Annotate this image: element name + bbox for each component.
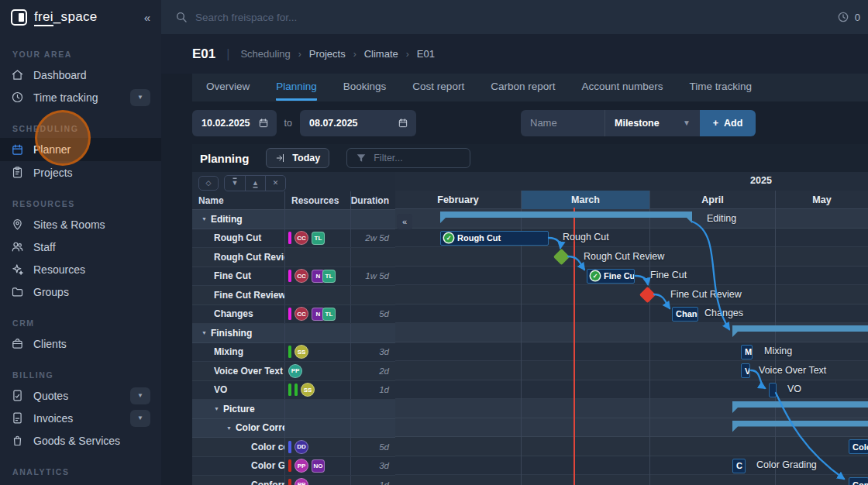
task-bar-mixing[interactable]: M <box>741 345 753 359</box>
resource-badge[interactable]: CC <box>294 307 308 321</box>
task-bar-conforming[interactable]: Conforming <box>849 477 868 485</box>
sidebar-item-label: Planner <box>33 143 71 156</box>
timer-widget[interactable]: 0 <box>837 11 860 23</box>
chevron-down-icon[interactable]: ▼ <box>130 89 150 106</box>
resource-badge[interactable]: NO <box>312 459 325 473</box>
table-row[interactable]: ▼Picture <box>192 400 395 419</box>
chevron-down-icon[interactable]: ▼ <box>214 406 219 411</box>
sidebar-item-groups[interactable]: Groups <box>0 280 161 303</box>
table-row[interactable]: VOSS1d <box>192 381 395 401</box>
sidebar-item-time-tracking[interactable]: Time tracking▼ <box>0 86 161 108</box>
add-button[interactable]: +Add <box>700 110 756 136</box>
task-name: Editing <box>211 214 243 225</box>
global-search-input[interactable]: Search freispace for... <box>195 12 297 23</box>
sidebar-collapse-icon[interactable]: « <box>144 11 150 24</box>
table-row[interactable]: Fine CutCCNTL1w 5d <box>192 267 395 287</box>
sidebar-item-quotes[interactable]: Quotes▼ <box>0 384 161 407</box>
resource-badge[interactable]: TL <box>322 308 336 321</box>
resource-badge[interactable]: PP <box>294 459 308 473</box>
column-header-name[interactable]: Name <box>192 191 285 209</box>
breadcrumb-item[interactable]: Scheduling <box>240 48 290 60</box>
item-type-select[interactable]: Milestone▼ <box>604 110 700 136</box>
task-bar-color-grading[interactable]: C <box>732 459 746 473</box>
resource-badge[interactable]: TL <box>322 270 336 283</box>
table-row[interactable]: ChangesCCNTL5d <box>192 305 395 325</box>
sidebar-item-clients[interactable]: Clients <box>0 332 161 355</box>
resource-badge[interactable]: PP <box>294 478 308 485</box>
table-row[interactable]: Rough CutCCTL2w 5d <box>192 229 395 249</box>
filter-input[interactable]: Filter... <box>346 148 470 168</box>
tab-account-numbers[interactable]: Account numbers <box>581 81 663 98</box>
task-name: Finishing <box>211 328 252 339</box>
resource-badge[interactable]: CC <box>294 269 308 283</box>
table-collapse-handle[interactable]: « <box>397 214 412 229</box>
sidebar-section-label: BILLING <box>0 363 161 384</box>
breadcrumb-item[interactable]: E01 <box>417 48 435 60</box>
breadcrumb-item[interactable]: Climate <box>364 48 398 60</box>
month-may[interactable]: May <box>775 191 868 209</box>
resource-badge[interactable]: SS <box>294 345 308 359</box>
table-row[interactable]: Voice Over TextPP2d <box>192 362 395 381</box>
table-row[interactable]: ConformingPP1d <box>192 476 395 485</box>
milestone-name-input[interactable]: Name <box>521 110 604 136</box>
tab-planning[interactable]: Planning <box>276 81 317 101</box>
table-row[interactable]: Rough Cut Review <box>192 248 395 267</box>
collapse-up-icon[interactable]: ▼ <box>225 176 245 191</box>
date-from-input[interactable]: 10.02.2025 <box>192 110 277 136</box>
task-name: Color Correction <box>236 422 285 433</box>
tab-overview[interactable]: Overview <box>206 81 250 98</box>
sidebar-item-planner[interactable]: Planner <box>0 138 161 161</box>
sidebar-item-goods-services[interactable]: Goods & Services <box>0 429 161 452</box>
sidebar-item-dashboard[interactable]: Dashboard <box>0 64 161 86</box>
task-name: Color Grading <box>251 460 285 471</box>
task-bar-color-correction[interactable]: Color correction <box>849 439 868 454</box>
sidebar-item-projects[interactable]: Projects <box>0 161 161 184</box>
month-april[interactable]: April <box>649 191 775 209</box>
task-bar-voice-over-text[interactable]: V <box>741 363 750 378</box>
table-row[interactable]: ▼Color Correction <box>192 419 395 439</box>
tab-cost-report[interactable]: Cost report <box>412 81 464 98</box>
expand-rows-icon[interactable]: ◇ <box>198 176 219 191</box>
chevron-down-icon[interactable]: ▼ <box>130 387 150 404</box>
sidebar-item-utilisation[interactable]: Utilisation <box>0 481 161 485</box>
table-row[interactable]: Color GradingPPNO3d <box>192 457 395 476</box>
month-march[interactable]: March <box>521 191 649 209</box>
tab-time-tracking[interactable]: Time tracking <box>690 81 753 98</box>
tab-bookings[interactable]: Bookings <box>343 81 387 98</box>
resource-badge[interactable]: DD <box>294 440 308 454</box>
today-button[interactable]: Today <box>266 148 329 168</box>
breadcrumb-item[interactable]: Projects <box>309 48 346 60</box>
close-groups-icon[interactable]: ✕ <box>265 176 285 191</box>
chevron-down-icon[interactable]: ▼ <box>202 216 207 222</box>
sidebar-item-sites-rooms[interactable]: Sites & Rooms <box>0 213 161 236</box>
table-row[interactable]: ▼Finishing <box>192 324 395 343</box>
clipboard-icon <box>11 166 24 179</box>
resource-badge[interactable]: PP <box>288 364 302 378</box>
task-name: Changes <box>214 308 253 319</box>
task-bar-vo[interactable] <box>769 383 777 397</box>
resource-badge[interactable]: TL <box>312 232 325 245</box>
tab-carbon-report[interactable]: Carbon report <box>491 81 555 98</box>
table-row[interactable]: MixingSS3d <box>192 343 395 363</box>
month-february[interactable]: February <box>395 191 521 209</box>
sidebar-item-resources[interactable]: Resources <box>0 258 161 280</box>
sidebar-item-staff[interactable]: Staff <box>0 236 161 258</box>
chevron-down-icon[interactable]: ▼ <box>130 410 150 427</box>
chevron-down-icon[interactable]: ▼ <box>226 425 232 431</box>
column-header-resources[interactable]: Resources <box>285 191 351 209</box>
table-row[interactable]: Fine Cut Review <box>192 286 395 305</box>
task-bar-changes[interactable]: Changes <box>672 307 698 322</box>
table-row[interactable]: Color correctionDD5d <box>192 438 395 457</box>
resource-badge[interactable]: CC <box>294 231 308 245</box>
task-bar-rough-cut[interactable]: ✓Rough Cut <box>440 231 549 246</box>
date-to-input[interactable]: 08.07.2025 <box>300 110 416 136</box>
chevron-down-icon[interactable]: ▼ <box>202 330 207 335</box>
table-header: Name Resources Duration <box>192 191 395 210</box>
resources-cell: SS <box>285 381 351 400</box>
collapse-down-icon[interactable]: ▲ <box>245 176 265 191</box>
table-row[interactable]: ▼Editing <box>192 210 395 229</box>
task-bar-fine-cut[interactable]: ✓Fine Cut <box>587 269 635 284</box>
column-header-duration[interactable]: Duration <box>351 191 395 209</box>
resource-badge[interactable]: SS <box>301 383 315 397</box>
sidebar-item-invoices[interactable]: Invoices▼ <box>0 407 161 429</box>
